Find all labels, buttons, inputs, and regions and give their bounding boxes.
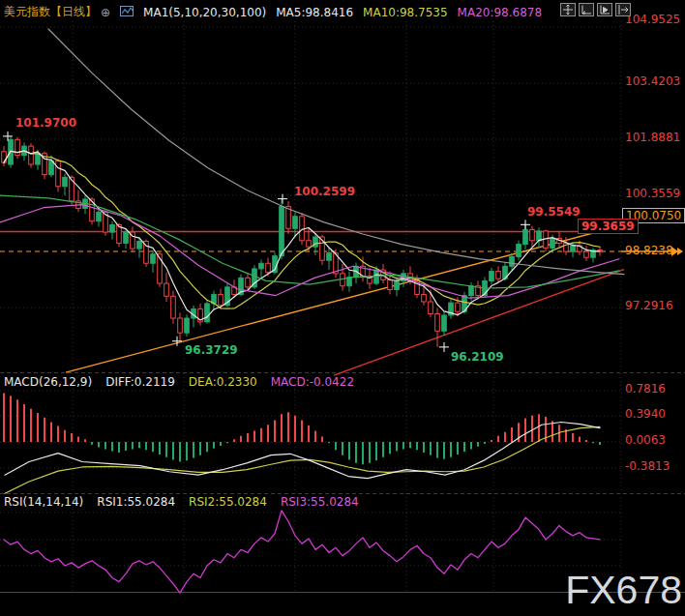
last-price-label: 98.8238: [625, 244, 673, 257]
main-header: 美元指数【日线】 ⊕ MA1(5,10,20,30,100) MA5:98.84…: [4, 4, 551, 20]
macd-axis-label: 0.3940: [625, 408, 666, 421]
rsi-header: RSI(14,14,14) RSI1:55.0284 RSI2:55.0284 …: [4, 495, 372, 509]
chart-toolbar: [560, 3, 631, 16]
macd-axis-label: 0.0063: [625, 434, 666, 447]
axis-play-icon[interactable]: [597, 3, 612, 16]
axis-scale-icon[interactable]: [579, 3, 594, 16]
labels-layer: 101.9700100.259999.554996.372996.2109104…: [0, 0, 685, 616]
macd-value: MACD:-0.0422: [271, 375, 354, 389]
price-axis-label: 100.3559: [625, 188, 680, 200]
macd-diff-value: DIFF:0.2119: [105, 375, 175, 389]
trendline-price-label: 99.3659: [578, 219, 639, 234]
rsi3-value: RSI3:55.0284: [281, 495, 359, 509]
ma5-value: MA5:98.8416: [276, 6, 353, 19]
price-annotation: 99.5549: [527, 206, 581, 219]
macd-title[interactable]: MACD(26,12,9): [4, 375, 92, 389]
price-annotation: 101.9700: [15, 117, 76, 130]
macd-header: MACD(26,12,9) DIFF:0.2119 DEA:0.2330 MAC…: [4, 375, 368, 389]
price-annotation: 96.2109: [451, 351, 504, 364]
price-annotation: 96.3729: [185, 344, 238, 357]
price-axis-label: 97.2916: [625, 300, 673, 312]
ma10-value: MA10:98.7535: [363, 6, 448, 19]
rsi1-value: RSI1:55.0284: [97, 495, 175, 509]
symbol-title: 美元指数【日线】: [4, 4, 97, 20]
price-axis-label: 104.9525: [625, 14, 680, 26]
ma20-value: MA20:98.6878: [458, 6, 543, 19]
shift-right-icon[interactable]: [615, 3, 631, 16]
macd-dea-value: DEA:0.2330: [189, 375, 257, 389]
price-annotation: 100.2599: [294, 186, 355, 198]
chart-app-screen: FX678 101.9700100.259999.554996.372996.2…: [0, 0, 685, 616]
chart-type-icon[interactable]: [120, 6, 134, 19]
price-axis-label: 103.4203: [625, 75, 680, 88]
macd-axis-label: 0.7816: [625, 383, 666, 396]
rsi-title[interactable]: RSI(14,14,14): [4, 495, 83, 509]
ma-settings-label: MA1(5,10,20,30,100): [143, 6, 266, 19]
add-indicator-icon[interactable]: ⊕: [101, 6, 110, 19]
rsi2-value: RSI2:55.0284: [189, 495, 267, 509]
pan-tool-icon[interactable]: [560, 3, 576, 16]
price-axis-label: 101.8881: [625, 132, 680, 144]
macd-axis-label: -0.3813: [625, 460, 670, 473]
